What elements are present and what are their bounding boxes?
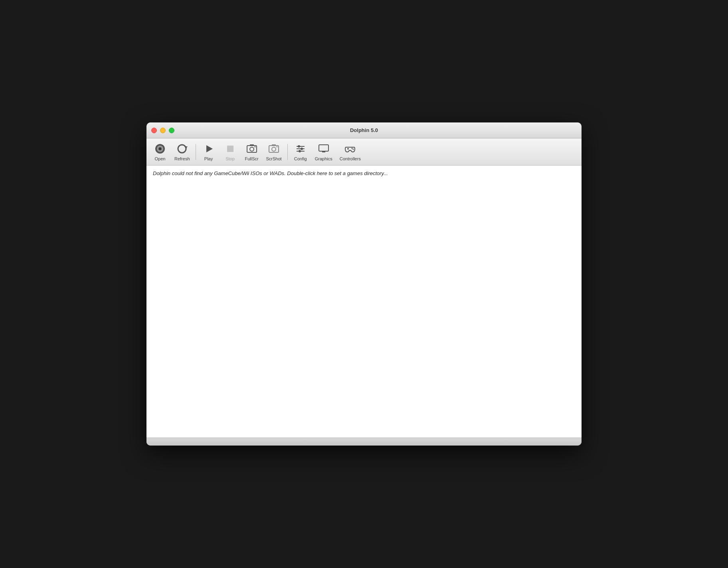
svg-point-27	[353, 149, 354, 150]
controllers-label: Controllers	[340, 156, 361, 161]
window-title: Dolphin 5.0	[350, 127, 378, 133]
traffic-lights	[151, 128, 174, 133]
svg-point-20	[299, 150, 301, 152]
game-list-area[interactable]: Dolphin could not find any GameCube/Wii …	[146, 166, 582, 438]
separator-1	[196, 144, 196, 160]
close-button[interactable]	[151, 128, 157, 133]
svg-marker-5	[206, 145, 213, 152]
controllers-icon	[344, 142, 356, 155]
svg-point-9	[250, 147, 254, 151]
open-button[interactable]: Open	[150, 141, 170, 163]
refresh-label: Refresh	[174, 156, 190, 161]
svg-point-19	[301, 148, 303, 150]
stop-icon	[224, 142, 237, 155]
stop-button[interactable]: Stop	[220, 141, 241, 163]
open-icon	[154, 142, 166, 155]
play-button[interactable]: Play	[198, 141, 219, 163]
maximize-button[interactable]	[169, 128, 174, 133]
app-window: Dolphin 5.0 Open	[146, 122, 582, 446]
scrshot-icon	[267, 142, 280, 155]
graphics-label: Graphics	[315, 156, 332, 161]
svg-point-10	[254, 146, 255, 148]
minimize-button[interactable]	[160, 128, 166, 133]
svg-point-13	[272, 147, 276, 151]
svg-rect-8	[250, 144, 254, 146]
svg-point-14	[277, 146, 278, 148]
play-label: Play	[204, 156, 213, 161]
refresh-button[interactable]: Refresh	[171, 141, 193, 163]
controllers-button[interactable]: Controllers	[336, 141, 364, 163]
fullscr-label: FullScr	[245, 156, 258, 161]
separator-2	[287, 144, 288, 160]
svg-point-26	[352, 148, 353, 149]
title-bar: Dolphin 5.0	[146, 122, 582, 138]
config-button[interactable]: Config	[290, 141, 311, 163]
fullscr-button[interactable]: FullScr	[241, 141, 262, 163]
refresh-icon	[176, 142, 188, 155]
scrshot-label: ScrShot	[266, 156, 282, 161]
graphics-button[interactable]: Graphics	[312, 141, 336, 163]
scrshot-button[interactable]: ScrShot	[263, 141, 285, 163]
status-bar	[146, 438, 582, 446]
toolbar: Open Refresh Play	[146, 138, 582, 166]
svg-marker-4	[184, 146, 188, 149]
stop-label: Stop	[226, 156, 235, 161]
svg-rect-12	[272, 144, 276, 146]
svg-rect-6	[227, 146, 233, 152]
play-icon	[202, 142, 215, 155]
fullscr-icon	[245, 142, 258, 155]
config-icon	[294, 142, 307, 155]
svg-point-18	[298, 145, 300, 148]
svg-rect-21	[319, 145, 328, 151]
svg-point-3	[160, 148, 161, 150]
empty-message: Dolphin could not find any GameCube/Wii …	[153, 170, 388, 176]
graphics-icon	[317, 142, 330, 155]
config-label: Config	[294, 156, 307, 161]
open-label: Open	[155, 156, 166, 161]
